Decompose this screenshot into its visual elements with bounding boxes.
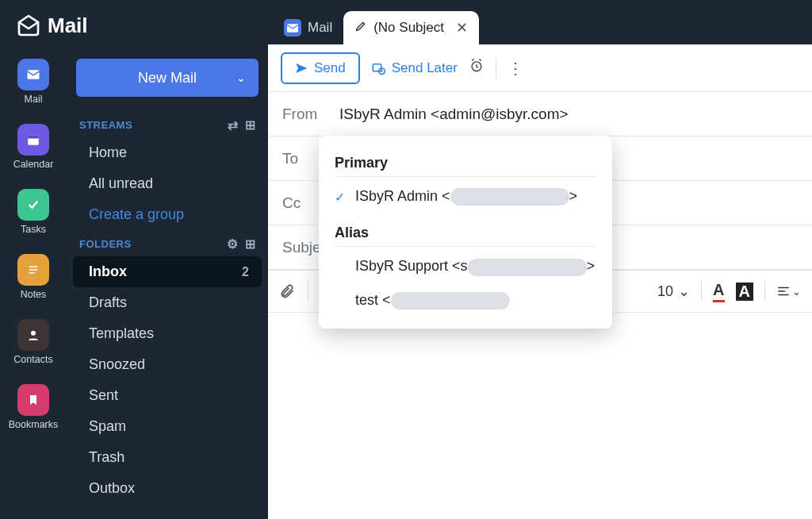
app-brand: Mail [0,13,268,38]
inbox-count: 2 [242,265,249,279]
calendar-icon [17,124,49,156]
tab-mail[interactable]: Mail [273,11,343,44]
rail-item-calendar[interactable]: Calendar [13,124,54,170]
from-address-dropdown: Primary ✓ ISbyR Admin <> Alias ISbyR Sup… [319,136,612,329]
sidebar: New Mail ⌄ STREAMS ⇄ ⊞ Home All unread C… [67,0,268,519]
folder-spam[interactable]: Spam [73,411,262,442]
svg-rect-2 [28,136,39,139]
redacted-email [391,292,510,309]
rail-item-tasks[interactable]: Tasks [17,189,49,235]
main-area: Mail (No Subject) ✕ Send Send Later ⋮ [268,0,812,519]
compose-toolbar: Send Send Later ⋮ [268,44,812,92]
notes-icon [17,254,49,286]
rail-item-notes[interactable]: Notes [17,254,49,300]
primary-section-header: Primary [335,150,596,177]
redacted-email [450,188,569,206]
streams-header: STREAMS ⇄ ⊞ [67,111,268,137]
send-later-button[interactable]: Send Later [371,60,458,76]
redacted-email [468,259,587,276]
chevron-down-icon: ⌄ [792,286,801,298]
pencil-icon [354,20,367,37]
gear-icon[interactable]: ⚙ [227,236,239,252]
folders-header: FOLDERS ⚙ ⊞ [67,230,268,256]
text-color-icon[interactable]: A [713,281,724,302]
stream-home[interactable]: Home [73,137,262,168]
from-option-primary[interactable]: ✓ ISbyR Admin <> [335,180,596,213]
brand-title: Mail [48,13,88,38]
folder-sent[interactable]: Sent [73,380,262,411]
compose-pane: Send Send Later ⋮ From ISbyR Admin <admi… [268,44,812,519]
chevron-down-icon: ⌄ [678,283,690,300]
from-option-alias-test[interactable]: test < [335,284,596,317]
from-value: ISbyR Admin <admin@isbyr.com> [339,106,569,123]
close-tab-icon[interactable]: ✕ [456,19,468,37]
app-rail: Mail Calendar Tasks Notes Contacts [0,0,67,519]
folder-inbox[interactable]: Inbox 2 [73,256,262,287]
more-menu-icon[interactable]: ⋮ [508,59,523,78]
alias-section-header: Alias [335,220,596,247]
rail-item-mail[interactable]: Mail [17,59,49,105]
add-folder-icon[interactable]: ⊞ [245,236,256,252]
folder-outbox[interactable]: Outbox [73,473,262,504]
divider [496,58,496,79]
add-stream-icon[interactable]: ⊞ [245,117,256,133]
from-option-alias-support[interactable]: ISbyR Support <s> [335,250,596,283]
check-icon [17,189,49,221]
align-icon[interactable]: ⌄ [776,284,801,298]
font-size-selector[interactable]: 10 ⌄ [657,283,690,300]
folder-templates[interactable]: Templates [73,318,262,349]
filter-icon[interactable]: ⇄ [228,117,239,133]
rail-item-bookmarks[interactable]: Bookmarks [9,384,59,430]
attachment-icon[interactable] [279,283,295,299]
from-label: From [282,106,339,123]
mail-icon [17,59,49,90]
new-mail-button[interactable]: New Mail ⌄ [76,59,259,97]
rail-item-contacts[interactable]: Contacts [13,319,52,365]
tabbar: Mail (No Subject) ✕ [268,0,812,44]
stream-all-unread[interactable]: All unread [73,168,262,199]
from-row[interactable]: From ISbyR Admin <admin@isbyr.com> [268,92,812,136]
new-mail-label: New Mail [138,70,197,86]
folder-drafts[interactable]: Drafts [73,287,262,318]
folder-trash[interactable]: Trash [73,442,262,473]
tab-compose[interactable]: (No Subject) ✕ [343,11,479,44]
chevron-down-icon[interactable]: ⌄ [236,71,246,84]
highlight-color-icon[interactable]: A [736,283,753,301]
svg-point-6 [31,331,36,336]
mail-open-icon [16,13,41,38]
check-icon: ✓ [335,190,349,205]
mail-tab-icon [284,19,301,37]
paper-plane-icon [295,62,308,75]
contacts-icon [17,319,49,351]
folder-snoozed[interactable]: Snoozed [73,349,262,380]
create-group-link[interactable]: Create a group [73,199,262,230]
send-later-icon [371,61,385,75]
send-button[interactable]: Send [281,52,360,84]
reminder-icon[interactable] [469,58,485,78]
svg-rect-8 [373,63,381,71]
bookmark-icon [17,384,49,416]
